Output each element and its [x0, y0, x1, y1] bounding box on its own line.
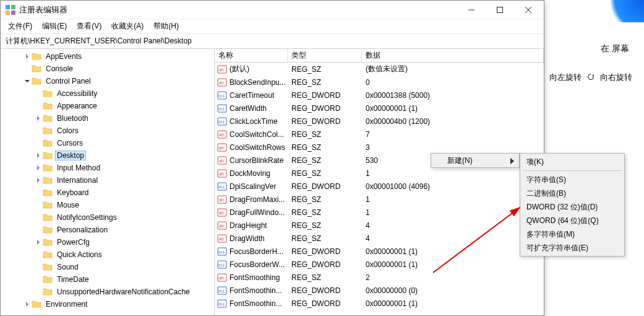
value-type: REG_SZ — [288, 65, 362, 74]
expand-arrow-icon[interactable] — [23, 298, 32, 310]
expand-arrow-icon[interactable] — [34, 224, 43, 236]
submenu-item[interactable]: 二进制值(B) — [520, 187, 624, 200]
expand-arrow-icon[interactable] — [34, 112, 43, 125]
tree-node[interactable]: Desktop — [1, 149, 214, 162]
context-submenu-new[interactable]: 项(K)字符串值(S)二进制值(B)DWORD (32 位)值(D)QWORD … — [520, 153, 625, 257]
col-data[interactable]: 数据 — [362, 49, 544, 62]
value-type: REG_DWORD — [288, 286, 362, 295]
value-row[interactable]: abDragHeightREG_SZ4 — [215, 219, 544, 232]
tree-node[interactable]: UnsupportedHardwareNotificationCache — [1, 286, 214, 298]
column-headers[interactable]: 名称 类型 数据 — [215, 49, 544, 63]
string-value-icon: ab — [217, 64, 227, 74]
value-type: REG_SZ — [288, 208, 362, 217]
expand-arrow-icon[interactable] — [23, 50, 32, 63]
expand-arrow-icon[interactable] — [34, 174, 43, 187]
menu-item[interactable]: 文件(F) — [3, 20, 37, 33]
expand-arrow-icon[interactable] — [34, 162, 43, 174]
folder-icon — [43, 225, 53, 235]
tree-node[interactable]: NotifyIconSettings — [1, 211, 214, 224]
value-type: REG_SZ — [288, 221, 362, 230]
expand-arrow-icon[interactable] — [34, 261, 43, 273]
title-bar[interactable]: 注册表编辑器 — [1, 1, 544, 19]
tree-node[interactable]: TimeDate — [1, 273, 214, 286]
tree-node[interactable]: Input Method — [1, 162, 214, 174]
tree-node[interactable]: Cursors — [1, 137, 214, 149]
value-row[interactable]: 011FontSmoothin...REG_DWORD0x00000000 (0… — [215, 284, 544, 297]
tree-node[interactable]: Environment — [1, 298, 214, 310]
svg-text:011: 011 — [218, 289, 225, 293]
expand-arrow-icon[interactable] — [34, 137, 43, 149]
submenu-item[interactable]: QWORD (64 位)值(Q) — [520, 214, 624, 227]
value-row[interactable]: abDragWidthREG_SZ4 — [215, 232, 544, 245]
value-row[interactable]: abDragFromMaxi...REG_SZ1 — [215, 193, 544, 206]
expand-arrow-icon[interactable] — [23, 63, 32, 75]
value-row[interactable]: abCoolSwitchRowsREG_SZ3 — [215, 141, 544, 154]
tree-node[interactable]: Mouse — [1, 199, 214, 211]
tree-node[interactable]: Sound — [1, 261, 214, 273]
col-type[interactable]: 类型 — [288, 49, 362, 62]
tree-node[interactable]: Appearance — [1, 100, 214, 112]
maximize-button[interactable] — [486, 1, 514, 19]
bg-rotate-right[interactable]: 向右旋转 — [586, 72, 632, 83]
context-menu-new[interactable]: 新建(N) — [431, 153, 520, 168]
tree-node[interactable]: Bluetooth — [1, 112, 214, 125]
submenu-item[interactable]: 字符串值(S) — [520, 173, 624, 187]
value-row[interactable]: abBlockSendInpu...REG_SZ0 — [215, 76, 544, 89]
value-row[interactable]: abCoolSwitchCol...REG_SZ7 — [215, 128, 544, 141]
tree-node[interactable]: International — [1, 174, 214, 187]
value-row[interactable]: abDragFullWindo...REG_SZ1 — [215, 206, 544, 219]
minimize-button[interactable] — [457, 1, 486, 19]
submenu-item[interactable]: DWORD (32 位)值(D) — [520, 200, 624, 214]
value-name: (默认) — [230, 64, 249, 74]
expand-arrow-icon[interactable] — [23, 75, 32, 87]
menu-bar[interactable]: 文件(F)编辑(E)查看(V)收藏夹(A)帮助(H) — [1, 19, 544, 34]
tree-node[interactable]: Personalization — [1, 224, 214, 236]
expand-arrow-icon[interactable] — [34, 100, 43, 112]
col-name[interactable]: 名称 — [215, 49, 288, 62]
expand-arrow-icon[interactable] — [34, 286, 43, 298]
value-row[interactable]: abDockMovingREG_SZ1 — [215, 167, 544, 180]
expand-arrow-icon[interactable] — [34, 248, 43, 261]
tree-node[interactable]: Console — [1, 63, 214, 75]
tree-node[interactable]: Quick Actions — [1, 248, 214, 261]
tree-node[interactable]: Keyboard — [1, 187, 214, 199]
tree-node[interactable]: PowerCfg — [1, 236, 214, 248]
menu-item[interactable]: 查看(V) — [72, 20, 106, 33]
tree-label: Control Panel — [44, 76, 93, 86]
value-row[interactable]: ab(默认)REG_SZ(数值未设置) — [215, 63, 544, 76]
svg-text:ab: ab — [219, 211, 224, 215]
value-row[interactable]: 011FocusBorderH...REG_DWORD0x00000001 (1… — [215, 245, 544, 258]
value-row[interactable]: 011ClickLockTimeREG_DWORD0x000004b0 (120… — [215, 115, 544, 128]
tree-node[interactable]: Colors — [1, 125, 214, 137]
tree-node[interactable]: AppEvents — [1, 50, 214, 63]
value-data: 0x00000000 (0) — [362, 286, 544, 295]
svg-text:011: 011 — [218, 120, 225, 124]
expand-arrow-icon[interactable] — [34, 273, 43, 286]
expand-arrow-icon[interactable] — [34, 187, 43, 199]
value-row[interactable]: abFontSmoothingREG_SZ2 — [215, 271, 544, 284]
expand-arrow-icon[interactable] — [34, 125, 43, 137]
value-row[interactable]: 011FocusBorderW...REG_DWORD0x00000001 (1… — [215, 258, 544, 271]
values-pane[interactable]: 名称 类型 数据 ab(默认)REG_SZ(数值未设置)abBlockSendI… — [215, 49, 544, 315]
tree-node[interactable]: Accessibility — [1, 87, 214, 100]
expand-arrow-icon[interactable] — [34, 87, 43, 100]
tree-node[interactable]: Control Panel — [1, 75, 214, 87]
close-button[interactable] — [514, 1, 543, 19]
tree-pane[interactable]: AppEventsConsoleControl PanelAccessibili… — [1, 49, 215, 315]
expand-arrow-icon[interactable] — [34, 211, 43, 224]
submenu-item[interactable]: 可扩充字符串值(E) — [520, 241, 624, 255]
svg-text:ab: ab — [219, 237, 224, 241]
expand-arrow-icon[interactable] — [34, 199, 43, 211]
value-row[interactable]: 011CaretTimeoutREG_DWORD0x00001388 (5000… — [215, 89, 544, 102]
submenu-item[interactable]: 项(K) — [520, 155, 624, 169]
value-row[interactable]: 011CaretWidthREG_DWORD0x00000001 (1) — [215, 102, 544, 115]
menu-item[interactable]: 收藏夹(A) — [106, 20, 148, 33]
menu-item[interactable]: 编辑(E) — [37, 20, 72, 33]
value-row[interactable]: 011DpiScalingVerREG_DWORD0x00001000 (409… — [215, 180, 544, 193]
submenu-item[interactable]: 多字符串值(M) — [520, 227, 624, 241]
menu-item[interactable]: 帮助(H) — [148, 20, 184, 33]
expand-arrow-icon[interactable] — [34, 149, 43, 162]
address-bar[interactable]: 计算机\HKEY_CURRENT_USER\Control Panel\Desk… — [1, 34, 544, 49]
value-row[interactable]: 011FontSmoothin...REG_DWORD0x00000001 (1… — [215, 297, 544, 310]
expand-arrow-icon[interactable] — [34, 236, 43, 248]
